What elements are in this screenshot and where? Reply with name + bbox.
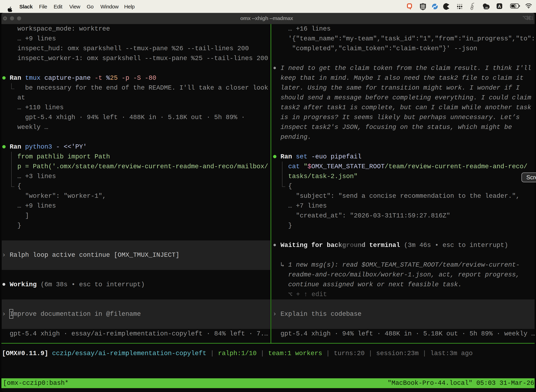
svg-text:1: 1	[531, 15, 533, 20]
svg-text:..61: ..61	[484, 6, 488, 9]
